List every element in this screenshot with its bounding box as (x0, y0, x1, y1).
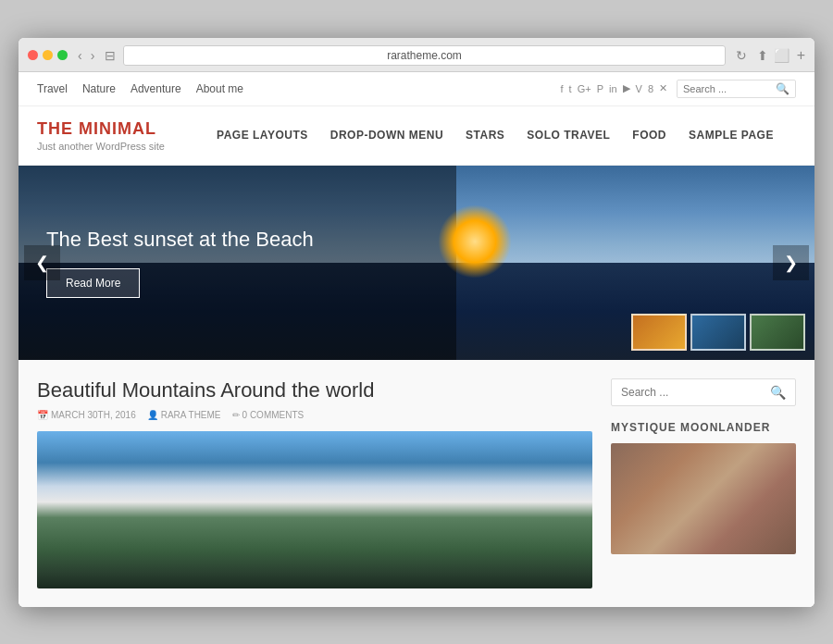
top-search-icon: 🔍 (776, 82, 789, 95)
thumbnail-1[interactable] (631, 314, 687, 351)
nav-sample-page[interactable]: SAMPLE PAGE (689, 129, 774, 142)
refresh-button[interactable]: ↻ (733, 48, 750, 63)
vimeo-icon[interactable]: V (636, 83, 642, 94)
post-author: 👤 RARA THEME (147, 410, 221, 420)
sidebar: 🔍 MYSTIQUE MOONLANDER (611, 378, 796, 588)
post-image (37, 431, 592, 588)
forward-button[interactable]: › (88, 48, 98, 63)
nav-solo-travel[interactable]: SOLO TRAVEL (527, 129, 610, 142)
sidebar-search-icon: 🔍 (770, 385, 786, 400)
post-comments: ✏ 0 COMMENTS (232, 410, 305, 420)
youtube-icon[interactable]: ▶ (623, 82, 630, 94)
top-nav-nature[interactable]: Nature (82, 82, 116, 95)
top-nav-travel[interactable]: Travel (37, 82, 68, 95)
expand-button[interactable]: ⬜ (774, 48, 789, 63)
widget-title: MYSTIQUE MOONLANDER (611, 421, 796, 434)
xing-icon[interactable]: ✕ (659, 82, 667, 94)
traffic-lights (28, 50, 68, 60)
post-title: Beautiful Mountains Around the world (37, 378, 592, 402)
minimize-button[interactable] (43, 50, 53, 60)
site-title: THE MINIMAL (37, 119, 194, 139)
social-icons: f t G+ P in ▶ V 8 ✕ (561, 82, 667, 94)
main-header: THE MINIMAL Just another WordPress site … (19, 106, 814, 166)
site-brand: THE MINIMAL Just another WordPress site (37, 119, 194, 152)
tab-switcher-button[interactable]: ⊟ (105, 48, 116, 63)
site-wrapper: Travel Nature Adventure About me f t G+ … (19, 72, 814, 607)
author-icon: 👤 (147, 410, 158, 420)
top-nav: Travel Nature Adventure About me (37, 82, 243, 95)
fullscreen-button[interactable] (57, 50, 68, 60)
googleplus-icon[interactable]: G+ (578, 83, 591, 94)
widget-image (611, 443, 796, 554)
slider-next-button[interactable]: ❯ (773, 245, 809, 280)
site-tagline: Just another WordPress site (37, 141, 194, 152)
comment-icon: ✏ (232, 410, 240, 420)
thumbnail-strip (631, 314, 805, 351)
read-more-button[interactable]: Read More (46, 268, 140, 298)
browser-window: ‹ › ⊟ ↻ ⬆ ⬜ + Travel Nature Adventure Ab… (19, 38, 814, 607)
sidebar-search[interactable]: 🔍 (611, 378, 796, 406)
browser-actions: ⬆ ⬜ (757, 48, 789, 63)
top-search-input[interactable] (683, 83, 776, 94)
top-nav-about[interactable]: About me (196, 82, 243, 95)
nav-dropdown-menu[interactable]: DROP-DOWN MENU (330, 129, 443, 142)
hero-overlay: The Best sunset at the Beach Read More (19, 166, 456, 360)
address-bar[interactable] (123, 45, 725, 66)
slider-prev-button[interactable]: ❮ (24, 245, 60, 280)
top-bar: Travel Nature Adventure About me f t G+ … (19, 72, 814, 106)
hero-title: The Best sunset at the Beach (46, 227, 429, 254)
main-content: Beautiful Mountains Around the world 📅 M… (37, 378, 592, 588)
instagram-icon[interactable]: 8 (648, 83, 653, 94)
nav-stars[interactable]: STARS (466, 129, 504, 142)
linkedin-icon[interactable]: in (609, 83, 617, 94)
close-button[interactable] (28, 50, 38, 60)
hero-slider: The Best sunset at the Beach Read More ❮… (19, 166, 814, 360)
calendar-icon: 📅 (37, 410, 48, 420)
sun-glow (438, 204, 512, 279)
browser-chrome: ‹ › ⊟ ↻ ⬆ ⬜ + (19, 38, 814, 72)
main-nav: PAGE LAYOUTS DROP-DOWN MENU STARS SOLO T… (194, 129, 796, 142)
top-search-bar[interactable]: 🔍 (677, 80, 796, 98)
twitter-icon[interactable]: t (569, 83, 572, 94)
facebook-icon[interactable]: f (561, 83, 564, 94)
post-meta: 📅 MARCH 30TH, 2016 👤 RARA THEME ✏ 0 COMM… (37, 410, 592, 420)
browser-nav-buttons: ‹ › (75, 48, 97, 63)
nav-page-layouts[interactable]: PAGE LAYOUTS (217, 129, 308, 142)
back-button[interactable]: ‹ (75, 48, 85, 63)
share-button[interactable]: ⬆ (757, 48, 768, 63)
sidebar-search-input[interactable] (621, 386, 770, 399)
thumbnail-3[interactable] (750, 314, 805, 351)
pinterest-icon[interactable]: P (597, 83, 603, 94)
post-date: 📅 MARCH 30TH, 2016 (37, 410, 136, 420)
nav-food[interactable]: FOOD (632, 129, 666, 142)
top-nav-adventure[interactable]: Adventure (131, 82, 181, 95)
content-area: Beautiful Mountains Around the world 📅 M… (19, 360, 814, 607)
add-tab-button[interactable]: + (797, 47, 805, 64)
thumbnail-2[interactable] (690, 314, 746, 351)
